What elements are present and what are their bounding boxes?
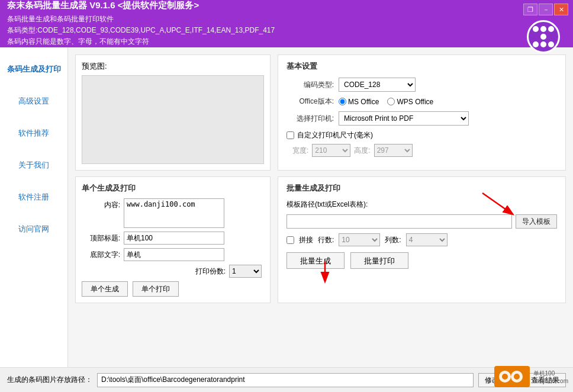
bottom-bar: 生成的条码图片存放路径： 修改目录 查看结果	[0, 367, 573, 392]
content-area: 预览图: 基本设置 编码类型: CODE_128 CODE_93 CODE39 …	[68, 47, 573, 367]
single-print-button[interactable]: 单个打印	[133, 281, 179, 297]
dot	[548, 26, 554, 32]
svg-point-6	[514, 374, 520, 380]
wps-office-radio-label[interactable]: WPS Office	[387, 98, 433, 106]
preview-panel: 预览图:	[75, 54, 271, 171]
custom-size-row: 自定义打印机尺寸(毫米)	[286, 130, 557, 140]
sidebar-item-barcode-gen[interactable]: 条码生成及打印	[0, 53, 67, 85]
sidebar-item-about[interactable]: 关于我们	[0, 149, 67, 181]
width-select: 210	[312, 144, 350, 157]
batch-print-button[interactable]: 批量打印	[350, 252, 408, 269]
brand-logo	[527, 20, 560, 53]
wps-office-label: WPS Office	[397, 98, 433, 106]
splice-checkbox[interactable]	[286, 236, 294, 244]
bottom-row: 单个生成及打印 内容: www.danji100.com 顶部标题: 底部文字:…	[75, 176, 566, 303]
top-title-label: 顶部标题:	[82, 232, 120, 243]
printer-select[interactable]: Microsoft Print to PDF	[339, 111, 469, 126]
bottom-path-label: 生成的条码图片存放路径：	[7, 375, 92, 385]
encoding-label: 编码类型:	[286, 80, 334, 90]
office-label: Office版本:	[286, 97, 334, 107]
dot	[533, 34, 539, 40]
minimize-button[interactable]: －	[539, 4, 553, 15]
dot	[548, 41, 554, 47]
single-action-row: 单个生成 单个打印	[82, 281, 264, 297]
logo-dots	[533, 26, 554, 47]
title-bar: 奈末条码批量生成器 V9.1.6 <提供软件定制服务> 条码批量生成和条码批量打…	[0, 0, 573, 47]
office-radio-group: MS Office WPS Office	[339, 98, 433, 106]
batch-generate-title: 批量生成及打印	[286, 183, 557, 194]
copies-select[interactable]: 1 2 3 5	[229, 265, 262, 278]
printer-row: 选择打印机: Microsoft Print to PDF	[286, 111, 557, 126]
custom-size-label: 自定义打印机尺寸(毫米)	[297, 130, 373, 140]
width-label: 宽度:	[292, 146, 308, 156]
dot	[548, 34, 554, 40]
bottom-logo-line1: 单机100	[533, 369, 568, 378]
sidebar-item-register[interactable]: 软件注册	[0, 181, 67, 213]
single-gen-button[interactable]: 单个生成	[82, 281, 128, 297]
bottom-text-row: 底部文字:	[82, 248, 264, 261]
basic-settings-panel: 基本设置 编码类型: CODE_128 CODE_93 CODE39 UPC_A…	[278, 54, 566, 171]
close-button[interactable]: ✕	[554, 4, 568, 15]
bottom-text-label: 底部文字:	[82, 248, 120, 260]
app-desc-line3: 条码内容只能是数字、字母，不能有中文字符	[7, 36, 507, 47]
template-input-row: 导入模板	[286, 214, 557, 229]
svg-point-4	[502, 374, 508, 380]
top-row: 预览图: 基本设置 编码类型: CODE_128 CODE_93 CODE39 …	[75, 54, 566, 171]
office-row: Office版本: MS Office WPS Office	[286, 97, 557, 107]
cols-label: 列数:	[385, 235, 401, 245]
template-path-input[interactable]	[286, 214, 512, 229]
title-bar-left: 奈末条码批量生成器 V9.1.6 <提供软件定制服务> 条码批量生成和条码批量打…	[0, 0, 514, 47]
bottom-logo-text: 单机100 danji100.com	[533, 369, 568, 384]
import-template-button[interactable]: 导入模板	[516, 214, 557, 229]
dot	[540, 34, 546, 40]
copies-label: 打印份数:	[195, 266, 226, 277]
ms-office-label: MS Office	[348, 98, 379, 106]
arrow-to-batch-gen	[307, 258, 343, 288]
dot	[533, 26, 539, 32]
bottom-logo: 单机100 danji100.com	[494, 366, 568, 387]
sidebar: 条码生成及打印 高级设置 软件推荐 关于我们 软件注册 访问官网	[0, 47, 68, 367]
height-select: 297	[374, 144, 413, 157]
splice-row: 拼接 行数: 10 列数: 4	[286, 233, 557, 246]
dot	[540, 26, 546, 32]
sidebar-item-advanced[interactable]: 高级设置	[0, 85, 67, 117]
preview-image	[82, 75, 264, 164]
single-generate-title: 单个生成及打印	[82, 183, 264, 194]
title-bar-right: ❐ － ✕ 奈末科技	[514, 0, 573, 47]
wps-office-radio[interactable]	[387, 98, 395, 105]
bottom-logo-line2: danji100.com	[533, 378, 568, 384]
basic-settings-title: 基本设置	[286, 61, 557, 72]
height-label: 高度:	[354, 146, 370, 156]
main-layout: 条码生成及打印 高级设置 软件推荐 关于我们 软件注册 访问官网 预览图: 基本…	[0, 47, 573, 367]
batch-generate-panel: 批量生成及打印 模板路径(txt或Excel表格): 导入模板	[278, 176, 566, 303]
cols-select: 4	[406, 233, 448, 246]
rows-label: 行数:	[318, 235, 334, 245]
bottom-text-input[interactable]	[124, 248, 224, 261]
app-title: 奈末条码批量生成器 V9.1.6 <提供软件定制服务>	[7, 0, 507, 11]
bottom-logo-icon	[494, 366, 530, 387]
splice-label: 拼接	[299, 235, 313, 245]
dot	[540, 41, 546, 47]
content-row-form: 内容: www.danji100.com	[82, 198, 264, 228]
template-path-row: 模板路径(txt或Excel表格):	[286, 200, 557, 210]
sidebar-item-recommend[interactable]: 软件推荐	[0, 117, 67, 149]
window-controls: ❐ － ✕	[523, 0, 573, 15]
batch-btn-container: 批量生成 批量打印	[286, 252, 557, 269]
single-generate-panel: 单个生成及打印 内容: www.danji100.com 顶部标题: 底部文字:…	[75, 176, 271, 303]
save-path-input[interactable]	[97, 373, 474, 387]
printer-label: 选择打印机:	[286, 114, 334, 124]
encoding-select[interactable]: CODE_128 CODE_93 CODE39 UPC_A UPC_E ITF_…	[339, 78, 416, 92]
content-label: 内容:	[82, 198, 120, 210]
ms-office-radio-label[interactable]: MS Office	[339, 98, 379, 106]
app-desc-line1: 条码批量生成和条码批量打印软件	[7, 14, 507, 25]
dimension-row: 宽度: 210 高度: 297	[292, 144, 557, 157]
restore-button[interactable]: ❐	[523, 4, 537, 15]
custom-size-checkbox[interactable]	[286, 131, 294, 139]
sidebar-item-visit[interactable]: 访问官网	[0, 213, 67, 245]
ms-office-radio[interactable]	[339, 98, 346, 105]
app-desc-line2: 条码类型:CODE_128,CODE_93,CODE39,UPC_A,UPC_E…	[7, 25, 507, 36]
print-copies-row: 打印份数: 1 2 3 5	[82, 265, 264, 278]
encoding-row: 编码类型: CODE_128 CODE_93 CODE39 UPC_A UPC_…	[286, 78, 557, 92]
top-title-input[interactable]	[124, 232, 224, 245]
content-textarea[interactable]: www.danji100.com	[124, 198, 224, 228]
